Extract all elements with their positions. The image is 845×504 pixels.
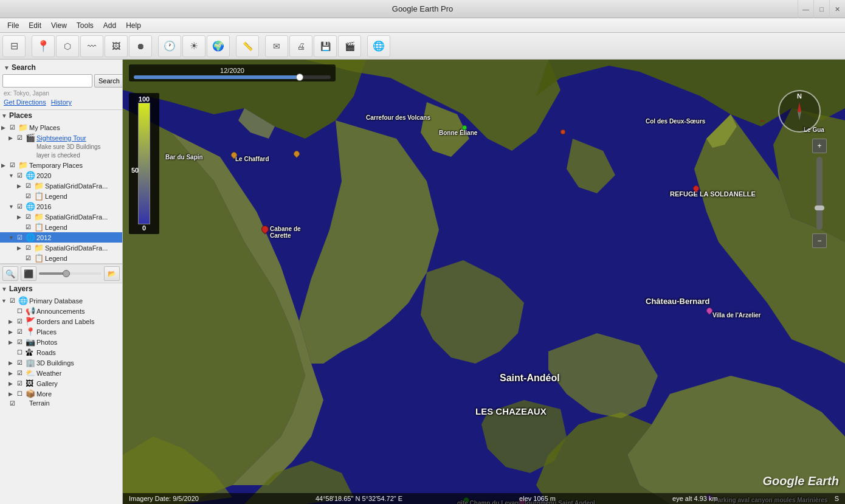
leg2020-icon: 📋	[34, 192, 45, 201]
places-2016-legend[interactable]: ☑ 📋 Legend	[0, 222, 122, 232]
maximize-button[interactable]: □	[813, 0, 829, 18]
more-check[interactable]: ☐	[17, 390, 26, 397]
menu-item-add[interactable]: Add	[98, 20, 121, 31]
sunlight-button[interactable]: ☀	[182, 35, 205, 57]
add-polygon-button[interactable]: ⬡	[56, 35, 79, 57]
close-button[interactable]: ✕	[829, 0, 845, 18]
menu-item-edit[interactable]: Edit	[24, 20, 46, 31]
places-sightseeing-tour[interactable]: ▶ ☑ 🎬 Sightseeing Tour	[0, 133, 122, 143]
places-layer-check[interactable]: ☑	[17, 328, 26, 335]
y2016-check[interactable]: ☑	[17, 203, 26, 210]
add-overlay-button[interactable]: 🖼	[105, 35, 128, 57]
timeline-slider[interactable]	[134, 75, 331, 79]
compass[interactable]: N	[778, 90, 821, 133]
search-places-button[interactable]: 🔍	[2, 266, 18, 281]
layer-gallery[interactable]: ▶ ☑ 🖼 Gallery	[0, 378, 122, 388]
menu-item-tools[interactable]: Tools	[72, 20, 98, 31]
grid2020-check[interactable]: ☑	[26, 182, 34, 189]
add-placemark-button[interactable]: 📍	[32, 35, 55, 57]
places-2016-grid[interactable]: ▶ ☑ 📁 SpatialGridDataFra...	[0, 212, 122, 222]
photos-arrow: ▶	[9, 339, 17, 345]
my-places-check[interactable]: ☑	[10, 124, 18, 131]
menu-item-view[interactable]: View	[46, 20, 72, 31]
email-button[interactable]: ✉	[265, 35, 288, 57]
places-my-places[interactable]: ▶ ☑ 📁 My Places	[0, 122, 122, 133]
leg2012-check[interactable]: ☑	[26, 255, 34, 261]
layer-places[interactable]: ▶ ☑ 📍 Places	[0, 326, 122, 337]
grid2012-check[interactable]: ☑	[26, 244, 34, 251]
places-2020[interactable]: ▼ ☑ 🌐 2020	[0, 170, 122, 181]
minimize-button[interactable]: —	[798, 0, 813, 18]
layer-more[interactable]: ▶ ☐ 📦 More	[0, 388, 122, 399]
layer-roads[interactable]: ☐ 🛣 Roads	[0, 347, 122, 357]
show-sidebar-button[interactable]: ⊟	[2, 35, 26, 57]
photos-check[interactable]: ☑	[17, 339, 26, 345]
svg-marker-1	[798, 102, 801, 112]
places-2020-legend[interactable]: ☑ 📋 Legend	[0, 191, 122, 201]
places-section-header[interactable]: ▼ Places	[0, 110, 122, 122]
menu-item-file[interactable]: File	[2, 20, 24, 31]
layer-primary-db[interactable]: ▼ ☑ 🌐 Primary Database	[0, 295, 122, 306]
save-image-button[interactable]: 💾	[314, 35, 337, 57]
search-hint: ex: Tokyo, Japan	[2, 89, 120, 97]
gallery-check[interactable]: ☑	[17, 380, 26, 387]
movie-maker-button[interactable]: 🎬	[338, 35, 361, 57]
get-directions-link[interactable]: Get Directions	[4, 98, 46, 106]
places-2012[interactable]: ▼ ☑ 🌐 2012	[0, 232, 122, 243]
places-layer-arrow: ▶	[9, 329, 17, 335]
google-earth-web-button[interactable]: 🌐	[367, 35, 390, 57]
menu-item-help[interactable]: Help	[121, 20, 146, 31]
opacity-slider[interactable]	[39, 272, 102, 275]
terrain-check[interactable]: ☑	[10, 400, 18, 407]
layer-terrain[interactable]: ☑ Terrain	[0, 399, 122, 407]
primary-db-check[interactable]: ☑	[10, 297, 18, 304]
places-2012-legend[interactable]: ☑ 📋 Legend	[0, 253, 122, 263]
layer-photos[interactable]: ▶ ☑ 📷 Photos	[0, 337, 122, 347]
search-section-header[interactable]: ▼ Search	[2, 62, 120, 74]
sightseeing-check[interactable]: ☑	[17, 134, 26, 141]
my-places-icon: 📁	[18, 123, 29, 132]
pin-bar-du-sapin	[231, 152, 237, 158]
layers-section-header[interactable]: ▼ Layers	[0, 283, 122, 295]
add-path-button[interactable]: 〰	[80, 35, 103, 57]
layer-3d-buildings[interactable]: ▶ ☑ 🏢 3D Buildings	[0, 357, 122, 368]
toggle-view-button[interactable]: ⬛	[21, 266, 36, 281]
history-link[interactable]: History	[51, 98, 72, 106]
historical-imagery-button[interactable]: 🕐	[158, 35, 181, 57]
compass-north: N	[797, 92, 802, 100]
search-input[interactable]	[2, 74, 92, 88]
layer-weather[interactable]: ▶ ☑ ⛅ Weather	[0, 368, 122, 378]
layer-announcements[interactable]: ☐ 📢 Announcements	[0, 306, 122, 316]
map-area[interactable]: 12/2020 100 50 0 Saint-Andéol LES CHAZEA…	[123, 60, 845, 504]
places-temporary[interactable]: ▶ ☑ 📁 Temporary Places	[0, 160, 122, 170]
roads-check[interactable]: ☐	[17, 349, 26, 356]
folder-action-button[interactable]: 📂	[104, 266, 120, 281]
y2012-check[interactable]: ☑	[17, 234, 26, 241]
layers-section-label: Layers	[9, 285, 33, 293]
atmosphere-button[interactable]: 🌍	[207, 35, 230, 57]
grid2016-check[interactable]: ☑	[26, 213, 34, 220]
zoom-slider[interactable]	[816, 157, 823, 230]
places-2016[interactable]: ▼ ☑ 🌐 2016	[0, 201, 122, 212]
layer-borders[interactable]: ▶ ☑ 🚩 Borders and Labels	[0, 316, 122, 326]
leg2016-check[interactable]: ☑	[26, 224, 34, 230]
ann-check[interactable]: ☐	[17, 308, 26, 314]
leg2020-check[interactable]: ☑	[26, 193, 34, 199]
places-2012-grid[interactable]: ▶ ☑ 📁 SpatialGridDataFra...	[0, 243, 122, 253]
grid2012-arrow: ▶	[17, 245, 26, 251]
temporary-check[interactable]: ☑	[10, 162, 18, 168]
y2020-check[interactable]: ☑	[17, 172, 26, 179]
print-button[interactable]: 🖨	[289, 35, 312, 57]
zoom-out-button[interactable]: −	[812, 233, 827, 248]
zoom-in-button[interactable]: +	[812, 139, 827, 153]
search-button[interactable]: Search	[94, 74, 123, 88]
weather-check[interactable]: ☑	[17, 370, 26, 376]
y2020-label: 2020	[36, 172, 51, 179]
buildings-check[interactable]: ☑	[17, 359, 26, 366]
ruler-button[interactable]: 📏	[236, 35, 259, 57]
timeline-bar[interactable]: 12/2020	[129, 64, 336, 81]
search-input-row: Search	[2, 74, 120, 88]
record-tour-button[interactable]: ⏺	[129, 35, 152, 57]
places-2020-grid[interactable]: ▶ ☑ 📁 SpatialGridDataFra...	[0, 181, 122, 191]
borders-check[interactable]: ☑	[17, 318, 26, 325]
